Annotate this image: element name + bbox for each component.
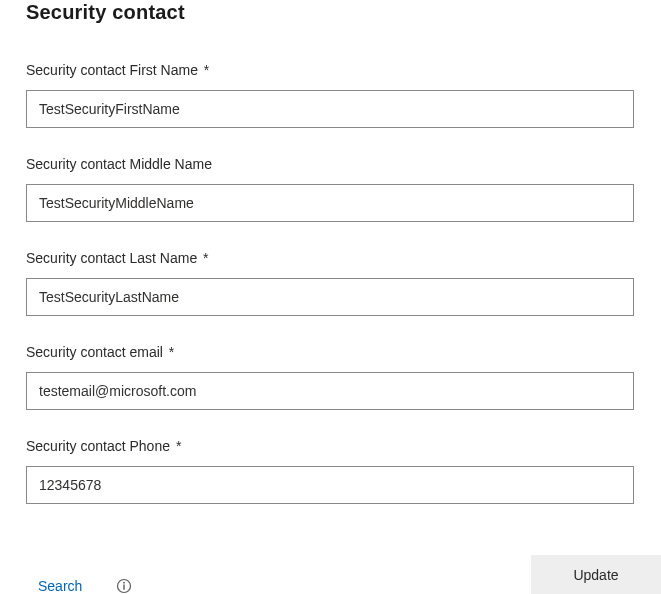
security-contact-phone-input[interactable] [26, 466, 634, 504]
label-phone-text: Security contact Phone [26, 438, 170, 454]
field-phone: Security contact Phone * [26, 438, 635, 504]
label-phone: Security contact Phone * [26, 438, 635, 454]
security-contact-first-name-input[interactable] [26, 90, 634, 128]
label-email-text: Security contact email [26, 344, 163, 360]
actions-bar: Search Update [26, 578, 661, 594]
required-marker: * [203, 250, 208, 266]
search-link[interactable]: Search [38, 578, 82, 594]
info-icon[interactable] [116, 578, 132, 594]
security-contact-middle-name-input[interactable] [26, 184, 634, 222]
field-middle-name: Security contact Middle Name [26, 156, 635, 222]
security-contact-fields: Security contact First Name * Security c… [26, 62, 635, 504]
field-email: Security contact email * [26, 344, 635, 410]
field-last-name: Security contact Last Name * [26, 250, 635, 316]
required-marker: * [176, 438, 181, 454]
required-marker: * [169, 344, 174, 360]
security-contact-last-name-input[interactable] [26, 278, 634, 316]
security-contact-heading: Security contact [26, 0, 635, 24]
label-first-name-text: Security contact First Name [26, 62, 198, 78]
security-contact-email-input[interactable] [26, 372, 634, 410]
label-last-name: Security contact Last Name * [26, 250, 635, 266]
update-button[interactable]: Update [531, 555, 661, 594]
label-first-name: Security contact First Name * [26, 62, 635, 78]
label-email: Security contact email * [26, 344, 635, 360]
required-marker: * [204, 62, 209, 78]
label-middle-name: Security contact Middle Name [26, 156, 635, 172]
label-middle-name-text: Security contact Middle Name [26, 156, 212, 172]
label-last-name-text: Security contact Last Name [26, 250, 197, 266]
svg-point-2 [123, 582, 125, 584]
field-first-name: Security contact First Name * [26, 62, 635, 128]
